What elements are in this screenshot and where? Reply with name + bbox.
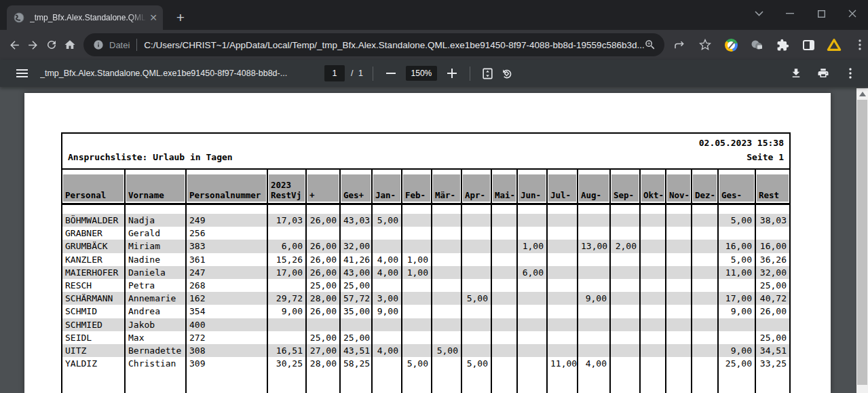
zoom-page-icon[interactable] [644, 39, 656, 51]
table-cell: KANZLER [62, 253, 126, 266]
reload-icon[interactable] [43, 33, 61, 56]
table-cell: 25,00 [756, 331, 789, 344]
address-url: C:/Users/CHRIST~1/AppData/Local/Temp/_tm… [144, 40, 644, 50]
back-icon[interactable] [5, 33, 24, 56]
grid-cell [611, 370, 641, 393]
share-icon[interactable] [671, 37, 687, 53]
table-cell [402, 305, 432, 318]
scrollbar-thumb[interactable] [857, 100, 867, 385]
column-header-mr: Mär- [432, 170, 462, 203]
zoom-in-icon[interactable] [442, 64, 461, 83]
grid-cell [666, 370, 692, 393]
browser-tab[interactable]: _tmp_Bfx.Alex.Standalone.QML.exe ✕ [7, 5, 163, 30]
table-cell [666, 240, 692, 252]
extensions-puzzle-icon[interactable] [774, 37, 791, 53]
table-cell: SCHÄRMANN [62, 292, 126, 305]
fit-page-icon[interactable] [478, 64, 497, 83]
table-cell [492, 266, 518, 279]
table-cell [666, 344, 692, 357]
table-cell: 9,00 [719, 305, 756, 318]
table-cell [611, 253, 641, 266]
table-cell [432, 253, 462, 266]
browser-menu-dots-icon[interactable] [852, 37, 868, 53]
bookmark-star-icon[interactable] [697, 37, 713, 53]
forward-icon[interactable] [24, 33, 42, 56]
profile-avatar-triangle[interactable] [826, 37, 842, 53]
download-icon[interactable] [787, 64, 806, 83]
table-cell: 16,00 [719, 240, 756, 252]
table-cell [578, 279, 611, 292]
table-cell [578, 227, 611, 240]
table-cell [548, 266, 578, 279]
table-cell [719, 331, 756, 344]
table-cell [611, 331, 641, 344]
table-cell [492, 214, 518, 227]
table-cell: Petra [126, 279, 187, 292]
vertical-scrollbar[interactable] [856, 88, 868, 393]
table-cell [492, 240, 518, 252]
table-cell [432, 266, 462, 279]
table-row: KANZLERNadine36115,2626,0041,264,001,005… [62, 253, 789, 266]
extension-icon-docs[interactable] [723, 37, 739, 53]
address-chip-label: Datei [109, 40, 130, 50]
table-cell [641, 253, 666, 266]
table-cell [462, 214, 492, 227]
tab-search-chevron-icon[interactable] [743, 0, 774, 27]
table-cell [611, 344, 641, 357]
table-cell: Gerald [126, 227, 187, 240]
extension-icon-gray[interactable] [749, 37, 765, 53]
table-cell: 43,03 [341, 214, 373, 227]
pdf-menu-dots-icon[interactable] [841, 64, 860, 83]
table-cell: 32,00 [341, 240, 373, 252]
table-cell: 11,00 [719, 266, 756, 279]
table-cell [518, 214, 548, 227]
maximize-icon[interactable] [806, 0, 837, 27]
table-cell [578, 318, 611, 331]
table-cell [492, 318, 518, 331]
grid-cell [432, 370, 462, 393]
pdf-document-title: _tmp_Bfx.Alex.Standalone.QML.exe1be91450… [40, 69, 315, 78]
table-cell: 28,00 [307, 292, 341, 305]
new-tab-button[interactable]: + [171, 8, 190, 27]
grid-cell [492, 370, 518, 393]
table-cell [548, 331, 578, 344]
table-cell: 9,00 [268, 305, 307, 318]
table-cell [492, 331, 518, 344]
table-cell: 16,51 [268, 344, 307, 357]
table-cell [432, 240, 462, 252]
table-cell: SCHMID [62, 305, 126, 318]
minimize-icon[interactable] [774, 0, 806, 27]
info-icon[interactable] [93, 39, 104, 50]
pdf-menu-icon[interactable] [12, 63, 32, 83]
tab-close-icon[interactable]: ✕ [149, 13, 157, 22]
page-number-input[interactable]: 1 [324, 65, 345, 81]
table-cell: Jakob [126, 318, 187, 331]
table-cell [373, 279, 402, 292]
close-window-icon[interactable] [837, 0, 868, 27]
table-cell [462, 240, 492, 252]
home-icon[interactable] [61, 33, 79, 56]
grid-cell [62, 370, 126, 393]
table-cell: 400 [187, 318, 268, 331]
table-cell [641, 344, 666, 357]
table-cell [307, 227, 341, 240]
table-cell: 2,00 [611, 240, 641, 252]
table-cell: 5,00 [432, 344, 462, 357]
table-cell: SCHMIED [62, 318, 126, 331]
table-cell [341, 318, 373, 331]
report-title-block: 02.05.2023 15:38 Anspruchsliste: Urlaub … [62, 134, 789, 168]
table-cell: MAIERHOFER [62, 266, 126, 279]
table-cell [548, 214, 578, 227]
table-cell: Miriam [126, 240, 187, 252]
table-cell [492, 344, 518, 357]
zoom-level-value[interactable]: 150% [406, 66, 437, 81]
scrollbar-up-arrow-icon[interactable] [859, 92, 866, 96]
grid-cell [373, 205, 402, 214]
table-cell [518, 227, 548, 240]
side-panel-icon[interactable] [800, 37, 816, 53]
table-cell: 309 [187, 357, 268, 370]
rotate-icon[interactable] [497, 64, 516, 83]
print-icon[interactable] [814, 64, 833, 83]
zoom-out-icon[interactable] [381, 64, 400, 83]
address-bar[interactable]: Datei C:/Users/CHRIST~1/AppData/Local/Te… [83, 33, 664, 56]
